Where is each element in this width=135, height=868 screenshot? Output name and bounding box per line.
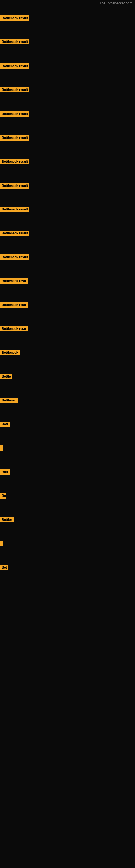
bottleneck-row-21: Bo: [0, 493, 6, 500]
bottleneck-badge-8: Bottleneck result: [0, 183, 30, 188]
bottleneck-row-5: Bottleneck result: [0, 111, 30, 118]
bottleneck-badge-14: Bottleneck resu: [0, 326, 28, 332]
bottleneck-row-2: Bottleneck result: [0, 39, 30, 45]
bottleneck-badge-5: Bottleneck result: [0, 111, 30, 117]
bottleneck-row-9: Bottleneck result: [0, 207, 30, 213]
bottleneck-badge-6: Bottleneck result: [0, 135, 30, 141]
bottleneck-badge-16: Bottle: [0, 374, 12, 379]
bottleneck-badge-21: Bo: [0, 493, 6, 499]
bottleneck-row-19: B: [0, 445, 3, 452]
bottleneck-row-11: Bottleneck result: [0, 254, 30, 261]
bottleneck-row-3: Bottleneck result: [0, 63, 30, 70]
bottleneck-badge-13: Bottleneck resu: [0, 302, 28, 308]
bottleneck-row-12: Bottleneck resu: [0, 278, 28, 285]
bottleneck-badge-24: Bot: [0, 565, 8, 570]
bottleneck-row-6: Bottleneck result: [0, 135, 30, 142]
bottleneck-badge-7: Bottleneck result: [0, 159, 30, 164]
bottleneck-badge-9: Bottleneck result: [0, 207, 30, 212]
bottleneck-row-22: Bottler: [0, 517, 14, 524]
bottleneck-row-24: Bot: [0, 565, 8, 571]
bottleneck-row-15: Bottleneck: [0, 350, 20, 356]
bottleneck-badge-17: Bottlenec: [0, 398, 18, 403]
bottleneck-badge-1: Bottleneck result: [0, 16, 30, 21]
bottleneck-badge-10: Bottleneck result: [0, 230, 30, 236]
bottleneck-row-14: Bottleneck resu: [0, 326, 28, 333]
bottleneck-row-16: Bottle: [0, 374, 12, 380]
bottleneck-badge-19: B: [0, 445, 3, 451]
bottleneck-badge-2: Bottleneck result: [0, 39, 30, 44]
bottleneck-badge-12: Bottleneck resu: [0, 278, 28, 284]
bottleneck-row-18: Bott: [0, 422, 10, 428]
bottleneck-badge-22: Bottler: [0, 517, 14, 522]
bottleneck-badge-3: Bottleneck result: [0, 63, 30, 69]
site-title: TheBottlenecker.com: [0, 0, 135, 6]
bottleneck-row-20: Bott: [0, 469, 10, 476]
bottleneck-row-17: Bottlenec: [0, 398, 18, 404]
bottleneck-row-4: Bottleneck result: [0, 87, 30, 94]
bottleneck-badge-15: Bottleneck: [0, 350, 20, 355]
bottleneck-badge-23: |: [0, 541, 3, 546]
bottleneck-row-7: Bottleneck result: [0, 159, 30, 165]
bottleneck-row-10: Bottleneck result: [0, 230, 30, 237]
bottleneck-row-13: Bottleneck resu: [0, 302, 28, 309]
bottleneck-row-1: Bottleneck result: [0, 16, 30, 22]
bottleneck-badge-4: Bottleneck result: [0, 87, 30, 93]
bottleneck-badge-20: Bott: [0, 469, 10, 475]
bottleneck-row-8: Bottleneck result: [0, 183, 30, 190]
bottleneck-badge-18: Bott: [0, 422, 10, 427]
bottleneck-row-23: |: [0, 541, 3, 547]
bottleneck-badge-11: Bottleneck result: [0, 254, 30, 260]
